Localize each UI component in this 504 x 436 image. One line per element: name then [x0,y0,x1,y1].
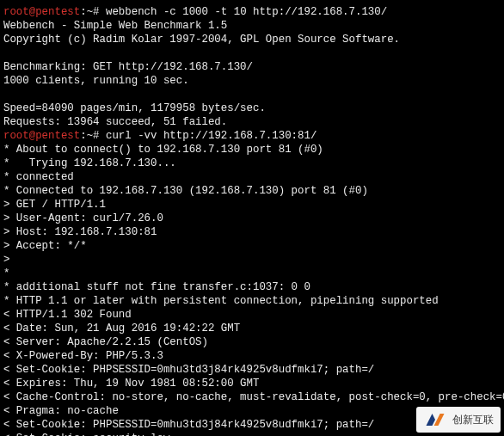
output-line: < Set-Cookie: PHPSESSID=0mhu3td3j84rk492… [3,364,374,376]
command-1: webbench -c 1000 -t 10 http://192.168.7.… [106,6,387,18]
prompt-2: root@pentest [3,130,80,142]
watermark-badge: 创新互联 [416,407,501,433]
output-line: * additional stuff not fine transfer.c:1… [3,281,310,293]
output-line: Requests: 13964 succeed, 51 failed. [3,116,227,128]
output-line: < Server: Apache/2.2.15 (CentOS) [3,336,208,348]
output-line: Copyright (c) Radim Kolar 1997-2004, GPL… [3,34,400,46]
output-line: > GET / HTTP/1.1 [3,199,106,211]
output-line: 1000 clients, running 10 sec. [3,75,189,87]
output-line: * Trying 192.168.7.130... [3,157,176,169]
output-line: < Set-Cookie: PHPSESSID=0mhu3td3j84rk492… [3,419,374,431]
output-line: < Cache-Control: no-store, no-cache, mus… [3,391,504,403]
watermark-text: 创新互联 [452,413,494,427]
output-line: * HTTP 1.1 or later with persistent conn… [3,295,439,307]
output-line: < Pragma: no-cache [3,405,119,417]
output-line: > Accept: */* [3,240,87,252]
output-line: > User-Agent: curl/7.26.0 [3,212,163,224]
prompt-sep-1: :~# [80,6,106,18]
output-line: Speed=84090 pages/min, 1179958 bytes/sec… [3,102,266,114]
output-line: < X-Powered-By: PHP/5.3.3 [3,350,163,362]
output-line: * connected [3,171,74,183]
output-line: > Host: 192.168.7.130:81 [3,226,157,238]
output-line: * Connected to 192.168.7.130 (192.168.7.… [3,185,368,197]
output-line: Webbench - Simple Web Benchmark 1.5 [3,20,227,32]
prompt-1: root@pentest [3,6,80,18]
output-line: > [3,254,9,266]
output-line: < Expires: Thu, 19 Nov 1981 08:52:00 GMT [3,378,259,390]
output-line: * [3,267,9,279]
output-line: < HTTP/1.1 302 Found [3,309,132,321]
terminal-output[interactable]: root@pentest:~# webbench -c 1000 -t 10 h… [0,0,501,431]
cx-logo-icon [423,410,447,429]
output-line: * About to connect() to 192.168.7.130 po… [3,144,323,156]
output-line: Benchmarking: GET http://192.168.7.130/ [3,61,253,73]
prompt-sep-2: :~# [80,130,106,142]
output-line: < Set-Cookie: security=low [3,433,169,436]
command-2: curl -vv http://192.168.7.130:81/ [106,130,317,142]
output-line: < Date: Sun, 21 Aug 2016 19:42:22 GMT [3,322,240,335]
